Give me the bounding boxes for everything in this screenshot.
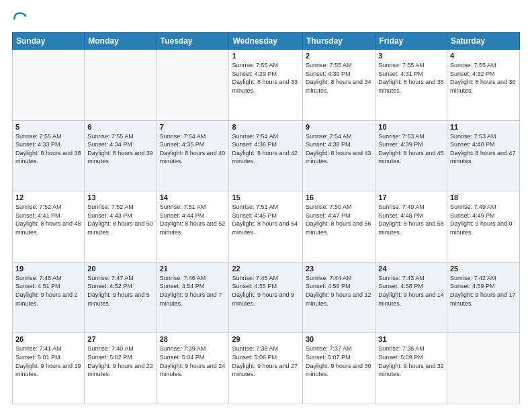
cell-info: Sunrise: 7:55 AM Sunset: 4:31 PM Dayligh… [378,61,444,95]
calendar-cell: 1Sunrise: 7:55 AM Sunset: 4:29 PM Daylig… [229,50,303,121]
calendar-cell: 5Sunrise: 7:55 AM Sunset: 4:33 PM Daylig… [13,120,85,191]
cell-date-number: 31 [378,335,444,343]
calendar-cell [13,50,85,121]
calendar-cell: 28Sunrise: 7:39 AM Sunset: 5:04 PM Dayli… [157,333,229,404]
cell-info: Sunrise: 7:44 AM Sunset: 4:56 PM Dayligh… [306,274,372,308]
week-row-1: 1Sunrise: 7:55 AM Sunset: 4:29 PM Daylig… [13,50,520,121]
calendar-cell: 19Sunrise: 7:48 AM Sunset: 4:51 PM Dayli… [13,262,85,333]
cell-info: Sunrise: 7:53 AM Sunset: 4:39 PM Dayligh… [378,132,444,166]
cell-info: Sunrise: 7:43 AM Sunset: 4:58 PM Dayligh… [378,274,444,308]
header-day-friday: Friday [375,33,447,50]
cell-date-number: 14 [160,193,226,201]
calendar-cell: 27Sunrise: 7:40 AM Sunset: 5:02 PM Dayli… [85,333,157,404]
calendar-cell: 31Sunrise: 7:36 AM Sunset: 5:09 PM Dayli… [375,333,447,404]
calendar-cell: 4Sunrise: 7:55 AM Sunset: 4:32 PM Daylig… [447,50,519,121]
calendar-table: SundayMondayTuesdayWednesdayThursdayFrid… [12,32,520,404]
calendar-cell: 9Sunrise: 7:54 AM Sunset: 4:38 PM Daylig… [303,120,375,191]
calendar-cell: 12Sunrise: 7:52 AM Sunset: 4:41 PM Dayli… [13,191,85,263]
cell-date-number: 24 [378,265,444,273]
calendar-cell: 29Sunrise: 7:38 AM Sunset: 5:06 PM Dayli… [229,333,303,404]
calendar-cell: 23Sunrise: 7:44 AM Sunset: 4:56 PM Dayli… [303,262,375,333]
cell-info: Sunrise: 7:55 AM Sunset: 4:33 PM Dayligh… [15,132,81,166]
header-row: SundayMondayTuesdayWednesdayThursdayFrid… [13,33,520,50]
cell-date-number: 7 [160,123,226,131]
calendar-cell: 20Sunrise: 7:47 AM Sunset: 4:52 PM Dayli… [85,262,157,333]
cell-info: Sunrise: 7:42 AM Sunset: 4:59 PM Dayligh… [450,274,517,308]
calendar-cell: 14Sunrise: 7:51 AM Sunset: 4:44 PM Dayli… [157,191,229,263]
cell-date-number: 15 [232,193,300,201]
logo-icon [12,11,28,27]
calendar-cell: 15Sunrise: 7:51 AM Sunset: 4:45 PM Dayli… [229,191,303,263]
week-row-3: 12Sunrise: 7:52 AM Sunset: 4:41 PM Dayli… [13,191,520,263]
calendar-cell: 18Sunrise: 7:49 AM Sunset: 4:49 PM Dayli… [447,191,519,263]
cell-date-number: 18 [450,193,517,201]
cell-info: Sunrise: 7:55 AM Sunset: 4:29 PM Dayligh… [232,61,300,95]
cell-info: Sunrise: 7:37 AM Sunset: 5:07 PM Dayligh… [306,345,372,378]
cell-date-number: 11 [450,123,517,131]
cell-date-number: 20 [87,265,153,273]
calendar-cell [85,50,157,121]
week-row-2: 5Sunrise: 7:55 AM Sunset: 4:33 PM Daylig… [13,120,520,191]
calendar-cell: 3Sunrise: 7:55 AM Sunset: 4:31 PM Daylig… [375,50,447,121]
calendar-cell [157,50,229,121]
cell-info: Sunrise: 7:49 AM Sunset: 4:49 PM Dayligh… [450,203,517,236]
cell-info: Sunrise: 7:54 AM Sunset: 4:38 PM Dayligh… [306,132,372,166]
cell-date-number: 4 [450,52,517,60]
cell-info: Sunrise: 7:40 AM Sunset: 5:02 PM Dayligh… [87,345,153,378]
calendar-cell: 2Sunrise: 7:55 AM Sunset: 4:30 PM Daylig… [303,50,375,121]
calendar-cell: 13Sunrise: 7:52 AM Sunset: 4:43 PM Dayli… [85,191,157,263]
cell-info: Sunrise: 7:55 AM Sunset: 4:32 PM Dayligh… [450,61,517,95]
cell-date-number: 22 [232,265,300,273]
calendar-cell: 6Sunrise: 7:55 AM Sunset: 4:34 PM Daylig… [85,120,157,191]
cell-info: Sunrise: 7:54 AM Sunset: 4:35 PM Dayligh… [160,132,226,166]
header-day-sunday: Sunday [13,33,85,50]
cell-info: Sunrise: 7:52 AM Sunset: 4:43 PM Dayligh… [87,203,153,236]
page: SundayMondayTuesdayWednesdayThursdayFrid… [0,0,532,411]
cell-info: Sunrise: 7:53 AM Sunset: 4:40 PM Dayligh… [450,132,517,166]
cell-info: Sunrise: 7:51 AM Sunset: 4:45 PM Dayligh… [232,203,300,236]
calendar-cell: 16Sunrise: 7:50 AM Sunset: 4:47 PM Dayli… [303,191,375,263]
cell-info: Sunrise: 7:47 AM Sunset: 4:52 PM Dayligh… [87,274,153,308]
calendar-cell: 7Sunrise: 7:54 AM Sunset: 4:35 PM Daylig… [157,120,229,191]
cell-info: Sunrise: 7:41 AM Sunset: 5:01 PM Dayligh… [15,345,81,378]
cell-date-number: 19 [15,265,81,273]
cell-info: Sunrise: 7:39 AM Sunset: 5:04 PM Dayligh… [160,345,226,378]
cell-date-number: 9 [306,123,372,131]
cell-date-number: 28 [160,335,226,343]
cell-date-number: 13 [87,193,153,201]
cell-info: Sunrise: 7:48 AM Sunset: 4:51 PM Dayligh… [15,274,81,308]
cell-date-number: 17 [378,193,444,201]
cell-date-number: 25 [450,265,517,273]
cell-date-number: 23 [306,265,372,273]
week-row-5: 26Sunrise: 7:41 AM Sunset: 5:01 PM Dayli… [13,333,520,404]
logo [12,11,31,27]
week-row-4: 19Sunrise: 7:48 AM Sunset: 4:51 PM Dayli… [13,262,520,333]
header [12,11,520,27]
cell-info: Sunrise: 7:51 AM Sunset: 4:44 PM Dayligh… [160,203,226,236]
cell-date-number: 16 [306,193,372,201]
cell-date-number: 30 [306,335,372,343]
cell-info: Sunrise: 7:46 AM Sunset: 4:54 PM Dayligh… [160,274,226,308]
calendar-cell: 25Sunrise: 7:42 AM Sunset: 4:59 PM Dayli… [447,262,519,333]
cell-info: Sunrise: 7:38 AM Sunset: 5:06 PM Dayligh… [232,345,300,378]
cell-info: Sunrise: 7:50 AM Sunset: 4:47 PM Dayligh… [306,203,372,236]
cell-date-number: 3 [378,52,444,60]
header-day-tuesday: Tuesday [157,33,229,50]
calendar-cell: 11Sunrise: 7:53 AM Sunset: 4:40 PM Dayli… [447,120,519,191]
cell-date-number: 26 [15,335,81,343]
cell-date-number: 12 [15,193,81,201]
cell-info: Sunrise: 7:49 AM Sunset: 4:48 PM Dayligh… [378,203,444,236]
cell-date-number: 6 [87,123,153,131]
cell-date-number: 5 [15,123,81,131]
cell-info: Sunrise: 7:45 AM Sunset: 4:55 PM Dayligh… [232,274,300,308]
header-day-thursday: Thursday [303,33,375,50]
calendar-cell [447,333,519,404]
calendar-cell: 21Sunrise: 7:46 AM Sunset: 4:54 PM Dayli… [157,262,229,333]
calendar-cell: 10Sunrise: 7:53 AM Sunset: 4:39 PM Dayli… [375,120,447,191]
header-day-saturday: Saturday [447,33,519,50]
cell-date-number: 10 [378,123,444,131]
calendar-cell: 30Sunrise: 7:37 AM Sunset: 5:07 PM Dayli… [303,333,375,404]
cell-info: Sunrise: 7:55 AM Sunset: 4:34 PM Dayligh… [87,132,153,166]
cell-info: Sunrise: 7:52 AM Sunset: 4:41 PM Dayligh… [15,203,81,236]
calendar-cell: 26Sunrise: 7:41 AM Sunset: 5:01 PM Dayli… [13,333,85,404]
